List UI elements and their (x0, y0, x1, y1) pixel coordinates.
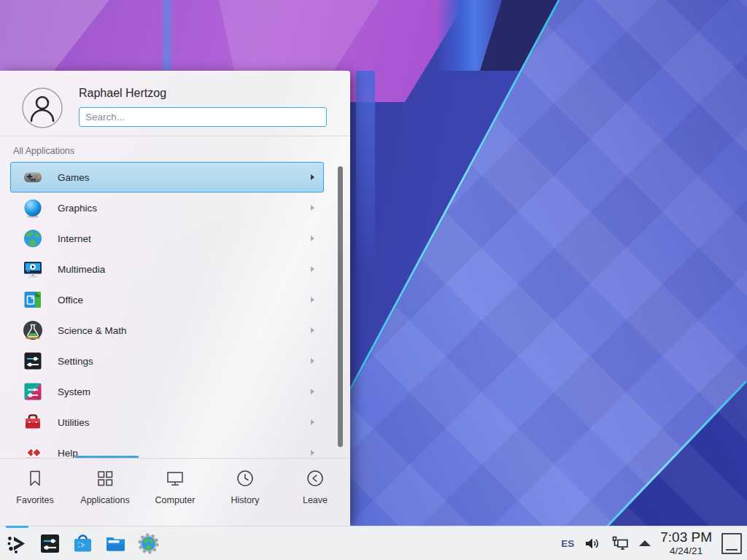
show-desktop-button[interactable] (721, 533, 742, 554)
user-name: Raphael Hertzog (79, 87, 166, 100)
section-label: All Applications (13, 146, 74, 156)
submenu-arrow-icon (311, 389, 314, 394)
category-list: Games Graphics (0, 158, 350, 458)
search-input[interactable] (79, 107, 327, 127)
category-label: System (58, 386, 90, 397)
category-label: Games (58, 172, 90, 183)
category-label: Internet (58, 233, 91, 244)
discover-button[interactable] (71, 532, 94, 555)
submenu-arrow-icon (311, 266, 314, 272)
app-launcher-button[interactable] (6, 532, 28, 555)
category-label: Settings (58, 356, 93, 367)
globe-icon (23, 228, 43, 249)
tray-expander-icon[interactable] (639, 540, 651, 546)
taskbar-launchers (0, 532, 160, 555)
clock-time: 7:03 PM (660, 530, 712, 544)
system-sliders-icon (23, 381, 43, 402)
launcher-header: Raphael Hertzog (0, 71, 350, 136)
sliders-icon (23, 351, 43, 371)
category-label: Multimedia (58, 264, 105, 275)
submenu-arrow-icon (311, 358, 314, 364)
taskbar: ES 7:03 PM 4/24/21 (0, 526, 747, 560)
tab-label: History (231, 495, 260, 505)
launcher-tabbar: Favorites Applications C (0, 459, 350, 526)
settings-sliders-icon (39, 532, 61, 555)
submenu-arrow-icon (311, 450, 314, 456)
scrollbar[interactable] (338, 166, 343, 447)
user-avatar-icon (22, 88, 63, 128)
tab-history[interactable]: History (210, 459, 280, 526)
computer-icon (165, 468, 185, 489)
clock-icon (235, 468, 255, 489)
folder-icon (104, 532, 127, 555)
system-settings-button[interactable] (39, 532, 61, 555)
tab-label: Leave (303, 495, 328, 505)
category-utilities[interactable]: Utilities (10, 407, 324, 438)
tab-favorites[interactable]: Favorites (0, 459, 70, 526)
app-launcher-popup: Raphael Hertzog All Applications (0, 71, 350, 526)
category-science-math[interactable]: Science & Math (10, 315, 324, 346)
submenu-arrow-icon (311, 205, 314, 211)
kde-launcher-icon (6, 532, 28, 555)
category-label: Office (58, 295, 83, 306)
tab-leave[interactable]: Leave (280, 459, 350, 526)
flask-icon (23, 320, 43, 341)
software-store-bag-icon (71, 532, 94, 555)
gamepad-icon (23, 167, 43, 187)
submenu-arrow-icon (311, 297, 314, 303)
tab-applications[interactable]: Applications (70, 459, 140, 526)
globe-gear-icon (137, 532, 160, 555)
grid-icon (95, 468, 115, 489)
wallpaper-streak (356, 71, 375, 275)
submenu-arrow-icon (311, 236, 314, 241)
tab-label: Favorites (16, 495, 53, 505)
category-label: Utilities (58, 417, 90, 428)
category-graphics[interactable]: Graphics (10, 192, 324, 223)
tab-label: Applications (80, 495, 129, 505)
sphere-icon (23, 198, 43, 218)
toolbox-icon (23, 412, 43, 432)
category-internet[interactable]: Internet (10, 223, 324, 254)
system-tray: ES 7:03 PM 4/24/21 (561, 530, 747, 556)
submenu-arrow-icon (311, 419, 314, 425)
digital-clock[interactable]: 7:03 PM 4/24/21 (660, 530, 712, 556)
wallpaper-streak (160, 0, 174, 71)
network-icon[interactable] (611, 534, 630, 553)
submenu-arrow-icon (311, 327, 314, 333)
lifebuoy-icon (23, 443, 43, 458)
category-help[interactable]: Help (10, 438, 324, 458)
documents-icon (23, 289, 43, 310)
category-label: Graphics (58, 203, 97, 214)
tab-label: Computer (155, 495, 196, 505)
category-label: Science & Math (58, 325, 127, 336)
keyboard-layout-indicator[interactable]: ES (561, 538, 574, 549)
category-settings[interactable]: Settings (10, 346, 324, 376)
leave-icon (305, 468, 325, 489)
category-multimedia[interactable]: Multimedia (10, 254, 324, 284)
tab-computer[interactable]: Computer (140, 459, 210, 526)
clock-date: 4/24/21 (670, 546, 703, 556)
bookmark-icon (25, 468, 45, 489)
desktop: Raphael Hertzog All Applications (0, 0, 747, 560)
file-manager-button[interactable] (104, 532, 127, 555)
web-browser-button[interactable] (137, 532, 160, 555)
volume-icon[interactable] (584, 534, 602, 553)
category-system[interactable]: System (10, 376, 324, 407)
submenu-arrow-icon (311, 174, 314, 180)
monitor-play-icon (23, 259, 43, 279)
category-games[interactable]: Games (10, 162, 324, 192)
category-office[interactable]: Office (10, 284, 324, 315)
